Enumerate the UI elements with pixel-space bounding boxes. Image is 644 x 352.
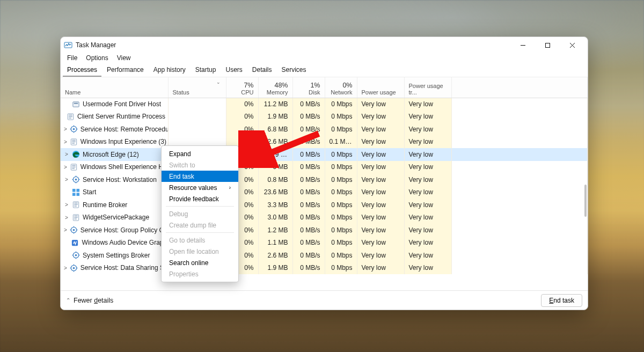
table-row[interactable]: >Windows Shell Experience Ho0%0 MB0 MB/s… <box>61 161 588 174</box>
svg-rect-34 <box>72 193 76 196</box>
tab-app-history[interactable]: App history <box>149 64 190 77</box>
svg-rect-5 <box>73 101 79 106</box>
col-power-usage-trend[interactable]: Power usage tr... <box>404 77 451 98</box>
table-row[interactable]: Usermode Font Driver Host0%11.2 MB0 MB/s… <box>61 98 588 111</box>
tab-users[interactable]: Users <box>221 64 246 77</box>
svg-rect-24 <box>72 166 76 167</box>
memory-cell: 1.2 MB <box>258 224 292 237</box>
memory-cell: 1.1 MB <box>258 237 292 250</box>
maximize-button[interactable] <box>535 37 560 53</box>
network-cell: 0.1 Mbps <box>325 136 357 149</box>
svg-rect-37 <box>74 203 78 203</box>
disk-cell: 0 MB/s <box>292 98 325 111</box>
svg-point-27 <box>75 179 77 181</box>
table-row[interactable]: >Runtime Broker0%3.3 MB0 MB/s0 MbpsVery … <box>61 199 588 211</box>
power-usage-trend-cell: Very low <box>404 111 451 123</box>
ctx-search-online[interactable]: Search online <box>162 257 238 268</box>
tab-services[interactable]: Services <box>277 64 311 77</box>
table-row[interactable]: Client Server Runtime Process0%1.9 MB0 M… <box>61 111 588 123</box>
table-row[interactable]: >WidgetServicePackage0%3.0 MB0 MB/s0 Mbp… <box>61 211 588 224</box>
ctx-resource-values[interactable]: Resource values› <box>162 182 238 193</box>
ctx-end-task[interactable]: End task <box>162 171 238 182</box>
table-row[interactable]: >Windows Input Experience (3)0%72.6 MB0 … <box>61 136 588 149</box>
expand-chevron-icon[interactable]: > <box>64 126 67 132</box>
power-usage-cell: Very low <box>357 199 404 211</box>
table-row[interactable]: Start0%23.6 MB0 MB/s0 MbpsVery lowVery l… <box>61 186 588 199</box>
network-cell: 0 Mbps <box>325 173 357 186</box>
power-usage-trend-cell: Very low <box>404 211 451 224</box>
end-task-button[interactable]: End task <box>541 294 582 307</box>
svg-point-12 <box>72 128 75 130</box>
edge-icon <box>72 150 80 158</box>
col-cpu[interactable]: 7%CPU <box>226 77 258 98</box>
disk-cell: 0 MB/s <box>292 249 325 262</box>
table-row[interactable]: System Settings Broker0%2.6 MB0 MB/s0 Mb… <box>61 249 588 262</box>
tab-performance[interactable]: Performance <box>103 64 148 77</box>
table-row[interactable]: >Service Host: Remote Procedure...0%6.8 … <box>61 123 588 136</box>
context-menu: Expand Switch to End task Resource value… <box>161 145 239 282</box>
minimize-button[interactable] <box>510 37 535 53</box>
table-row[interactable]: >Service Host: Group Policy C0%1.2 MB0 M… <box>61 224 588 237</box>
power-usage-cell: Very low <box>357 237 404 250</box>
svg-rect-10 <box>69 118 71 118</box>
table-row[interactable]: >Service Host: Workstation0%0.8 MB0 MB/s… <box>61 173 588 186</box>
tab-details[interactable]: Details <box>248 64 276 77</box>
cpu-cell: 0% <box>226 111 258 123</box>
memory-cell: 324.9 MB <box>258 148 292 161</box>
chevron-up-icon[interactable]: ⌃ <box>66 297 70 303</box>
process-name: Microsoft Edge (12) <box>83 151 139 158</box>
ctx-expand[interactable]: Expand <box>162 148 238 159</box>
svg-rect-32 <box>72 189 76 192</box>
expand-chevron-icon[interactable]: > <box>64 164 67 170</box>
menu-file[interactable]: File <box>64 53 80 63</box>
expand-chevron-icon[interactable]: > <box>64 177 69 182</box>
memory-cell: 2.6 MB <box>258 249 292 262</box>
col-status[interactable]: Status⌄ <box>168 77 226 98</box>
svg-rect-38 <box>74 204 78 205</box>
tab-startup[interactable]: Startup <box>191 64 221 77</box>
power-usage-trend-cell: Very low <box>404 98 451 111</box>
menu-options[interactable]: Options <box>83 53 111 63</box>
process-name: Service Host: Data Sharing Service <box>80 264 168 272</box>
expand-chevron-icon[interactable]: > <box>64 151 69 157</box>
process-name: WidgetServicePackage <box>83 214 149 221</box>
expand-chevron-icon[interactable]: > <box>64 265 67 271</box>
process-name: Service Host: Group Policy C <box>80 226 164 234</box>
expand-chevron-icon[interactable]: > <box>64 215 69 221</box>
table-row[interactable]: Windows Audio Device Grap0%1.1 MB0 MB/s0… <box>61 237 588 250</box>
gear-icon <box>70 226 78 234</box>
expand-chevron-icon[interactable]: > <box>64 202 69 208</box>
col-disk[interactable]: 1%Disk <box>292 77 325 98</box>
power-usage-trend-cell: Very low <box>404 186 451 199</box>
memory-cell: 0.8 MB <box>258 173 292 186</box>
power-usage-cell: Very low <box>357 262 404 275</box>
power-usage-trend-cell: Very low <box>404 161 451 174</box>
window-title: Task Manager <box>76 41 116 49</box>
fewer-details-link[interactable]: Fewer details <box>74 297 113 304</box>
disk-cell: 0 MB/s <box>292 262 325 275</box>
gear-icon <box>70 264 78 272</box>
table-row[interactable]: >Service Host: Data Sharing Service0%1.9… <box>61 262 588 275</box>
ctx-go-to-details: Go to details <box>162 234 238 246</box>
memory-cell: 0 MB <box>258 161 292 174</box>
col-network[interactable]: 0%Network <box>325 77 357 98</box>
menu-view[interactable]: View <box>114 53 134 63</box>
table-row[interactable]: >Microsoft Edge (12)324.9 MB0 MB/s0 Mbps… <box>61 148 588 161</box>
chevron-down-icon: ⌄ <box>216 79 221 85</box>
col-memory[interactable]: 48%Memory <box>258 77 292 98</box>
titlebar[interactable]: Task Manager <box>61 37 588 53</box>
expand-chevron-icon[interactable]: > <box>64 227 67 233</box>
close-button[interactable] <box>560 37 584 53</box>
tab-processes[interactable]: Processes <box>63 64 101 77</box>
scrollbar-thumb[interactable] <box>584 185 587 217</box>
ctx-provide-feedback[interactable]: Provide feedback <box>162 193 238 204</box>
power-usage-trend-cell: Very low <box>404 136 451 149</box>
col-power-usage[interactable]: Power usage <box>357 77 404 98</box>
col-name[interactable]: Name <box>61 77 168 98</box>
power-usage-trend-cell: Very low <box>404 123 451 136</box>
driver-icon <box>72 100 80 108</box>
svg-rect-6 <box>74 102 78 104</box>
disk-cell: 0 MB/s <box>292 186 325 199</box>
power-usage-cell: Very low <box>357 98 404 111</box>
expand-chevron-icon[interactable]: > <box>64 139 67 145</box>
